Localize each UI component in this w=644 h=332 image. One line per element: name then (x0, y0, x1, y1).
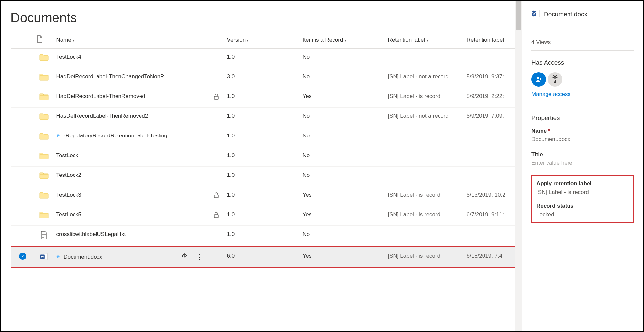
version-cell: 1.0 (225, 49, 300, 68)
version-cell: 3.0 (225, 68, 300, 88)
folder-icon (39, 152, 49, 159)
retention-date-cell: 6/18/2019, 7:4 (464, 247, 522, 268)
retention-date-cell (464, 147, 522, 167)
item-name[interactable]: -RegulatoryRecordRetentionLabel-Testing (64, 133, 168, 139)
manage-access-link[interactable]: Manage access (531, 91, 634, 98)
svg-text:W: W (41, 255, 44, 259)
table-row[interactable]: crosslibwithlabelUSLegal.txt1.0No (11, 226, 522, 247)
views-count: 4 Views (531, 39, 634, 51)
item-name[interactable]: TestLock (56, 152, 78, 159)
item-name[interactable]: TestLock2 (56, 172, 82, 178)
table-row[interactable]: TestLock51.0Yes[SN] Label - is record6/7… (11, 206, 522, 226)
column-header-retention-label[interactable]: Retention label▾ (385, 31, 464, 49)
title-field-label: Title (531, 151, 634, 158)
apply-retention-label-value[interactable]: [SN] Label - is record (536, 189, 629, 196)
table-row[interactable]: TestLock31.0Yes[SN] Label - is record5/1… (11, 186, 522, 206)
scrollbar-thumb[interactable] (516, 1, 521, 30)
version-cell: 1.0 (225, 147, 300, 167)
access-count-badge[interactable]: 4 (548, 72, 562, 87)
column-header-is-record[interactable]: Item is a Record▾ (300, 31, 385, 49)
version-cell: 1.0 (225, 127, 300, 147)
version-cell: 1.0 (225, 167, 300, 186)
retention-label-cell: [SN] Label - is record (385, 247, 464, 268)
retention-label-cell (385, 147, 464, 167)
details-pane: W Document.docx 4 Views Has Access 4 Man… (522, 1, 643, 331)
table-row[interactable]: HadDefRecordLabel-ThenChangedToNonR...3.… (11, 68, 522, 88)
chevron-down-icon: ▾ (247, 38, 249, 43)
table-row[interactable]: ✓WDocument.docx⋮6.0Yes[SN] Label - is re… (11, 247, 522, 268)
column-header-name[interactable]: Name▾ (54, 31, 208, 49)
folder-icon (39, 93, 49, 100)
is-record-cell: No (300, 49, 385, 68)
share-icon (181, 253, 188, 259)
add-person-icon[interactable] (531, 72, 546, 87)
record-status-value[interactable]: Locked (536, 211, 629, 218)
share-button[interactable] (181, 253, 188, 261)
table-row[interactable]: TestLock41.0No (11, 49, 522, 68)
record-status-label: Record status (536, 203, 629, 209)
table-row[interactable]: HadDefRecordLabel-ThenRemoved1.0Yes[SN] … (11, 88, 522, 108)
retention-date-cell: 5/9/2019, 2:22: (464, 88, 522, 108)
details-filename: Document.docx (544, 11, 587, 18)
item-name[interactable]: TestLock3 (56, 192, 82, 198)
folder-icon (39, 172, 49, 179)
chevron-down-icon: ▾ (344, 38, 346, 43)
vertical-scrollbar[interactable] (515, 1, 522, 331)
svg-point-15 (553, 75, 555, 77)
svg-rect-0 (214, 96, 218, 99)
retention-date-cell: 6/7/2019, 9:11: (464, 206, 522, 226)
version-cell: 1.0 (225, 226, 300, 247)
word-icon: W (40, 253, 48, 260)
name-field-value[interactable]: Document.docx (531, 136, 634, 143)
name-field-label: Name * (531, 128, 634, 134)
table-row[interactable]: HasDefRecordLabel-ThenRemoved21.0No[SN] … (11, 108, 522, 127)
retention-label-cell: [SN] Label - is record (385, 186, 464, 206)
column-header-icon[interactable] (34, 31, 54, 49)
item-name[interactable]: HadDefRecordLabel-ThenChangedToNonR... (56, 73, 169, 80)
version-cell: 1.0 (225, 206, 300, 226)
item-name[interactable]: crosslibwithlabelUSLegal.txt (56, 231, 126, 238)
is-record-cell: No (300, 108, 385, 127)
is-record-cell: No (300, 68, 385, 88)
item-name[interactable]: TestLock5 (56, 211, 82, 218)
item-name[interactable]: TestLock4 (56, 54, 82, 60)
has-access-heading: Has Access (531, 59, 634, 66)
new-item-badge (56, 133, 61, 137)
text-file-icon (41, 231, 47, 239)
svg-rect-1 (214, 195, 218, 198)
retention-label-cell: [SN] Label - not a record (385, 68, 464, 88)
document-library: Documents Name▾ (1, 1, 522, 331)
is-record-cell: Yes (300, 247, 385, 268)
retention-highlight-box: Apply retention label [SN] Label - is re… (531, 175, 634, 223)
more-actions-button[interactable]: ⋮ (196, 253, 203, 261)
apply-retention-label-label: Apply retention label (536, 180, 629, 187)
page-title: Documents (11, 10, 522, 25)
retention-label-cell (385, 127, 464, 147)
lock-icon (214, 94, 219, 100)
column-header-version[interactable]: Version▾ (225, 31, 300, 49)
title-field-input[interactable]: Enter value here (531, 160, 634, 166)
retention-date-cell: 5/9/2019, 9:37: (464, 68, 522, 88)
svg-point-12 (537, 77, 539, 79)
column-header-retention-label-date[interactable]: Retention label (464, 31, 522, 49)
item-name[interactable]: HasDefRecordLabel-ThenRemoved2 (56, 113, 148, 119)
retention-date-cell (464, 49, 522, 68)
retention-label-cell (385, 167, 464, 186)
table-row[interactable]: -RegulatoryRecordRetentionLabel-Testing1… (11, 127, 522, 147)
retention-label-cell (385, 49, 464, 68)
is-record-cell: No (300, 147, 385, 167)
folder-icon (39, 54, 49, 61)
table-row[interactable]: TestLock21.0No (11, 167, 522, 186)
version-cell: 1.0 (225, 88, 300, 108)
table-row[interactable]: TestLock1.0No (11, 147, 522, 167)
retention-date-cell: 5/9/2019, 7:09: (464, 108, 522, 127)
retention-date-cell: 5/13/2019, 10:2 (464, 186, 522, 206)
is-record-cell: Yes (300, 206, 385, 226)
is-record-cell: No (300, 226, 385, 247)
documents-table: Name▾ Version▾ Item is a Record▾ Retenti… (11, 31, 522, 268)
selected-check-icon[interactable]: ✓ (19, 253, 26, 260)
item-name[interactable]: HadDefRecordLabel-ThenRemoved (56, 93, 145, 100)
svg-rect-2 (214, 215, 218, 218)
folder-icon (39, 192, 49, 199)
item-name[interactable]: Document.docx (64, 254, 102, 260)
